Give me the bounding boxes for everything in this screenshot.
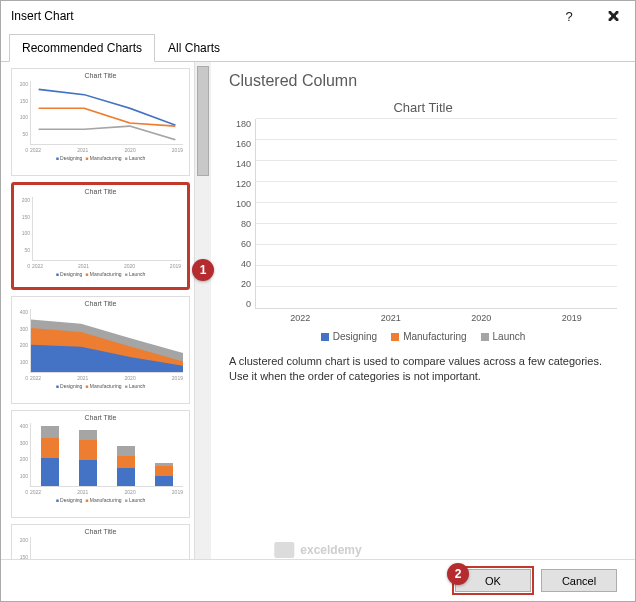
legend-manufacturing: Manufacturing	[391, 331, 466, 342]
dialog-footer: OK Cancel	[1, 559, 635, 601]
chart-title: Chart Title	[229, 100, 617, 115]
callout-badge-2: 2	[447, 563, 469, 585]
dialog-title: Insert Chart	[11, 9, 547, 23]
chart-description: A clustered column chart is used to comp…	[229, 354, 617, 385]
scrollbar-thumb[interactable]	[197, 66, 209, 176]
tab-strip: Recommended Charts All Charts	[1, 33, 635, 62]
dialog-body: Chart Title 200150100500 202220212020201…	[1, 62, 635, 559]
chart-thumbnails-list: Chart Title 200150100500 202220212020201…	[1, 62, 194, 559]
chart-thumbnails-pane: Chart Title 200150100500 202220212020201…	[1, 62, 211, 559]
callout-badge-1: 1	[192, 259, 214, 281]
insert-chart-dialog: Insert Chart ? 🗙 Recommended Charts All …	[0, 0, 636, 602]
tab-all-charts[interactable]: All Charts	[155, 34, 233, 62]
preview-heading: Clustered Column	[229, 72, 617, 90]
thumbnail-partial[interactable]: Chart Title 200150100500	[11, 524, 190, 559]
x-axis: 2022202120202019	[255, 313, 617, 323]
thumbnail-clustered-column[interactable]: Chart Title 200150100500 202220212020201…	[11, 182, 190, 290]
cancel-button[interactable]: Cancel	[541, 569, 617, 592]
help-button[interactable]: ?	[547, 1, 591, 31]
y-axis: 180160140120100806040200	[229, 119, 255, 309]
close-button[interactable]: 🗙	[591, 1, 635, 31]
thumbnail-stacked-area[interactable]: Chart Title 4003002001000 20222021202020…	[11, 296, 190, 404]
legend-launch: Launch	[481, 331, 526, 342]
chart-legend: Designing Manufacturing Launch	[229, 331, 617, 342]
preview-chart[interactable]: Chart Title 180160140120100806040200 202…	[229, 96, 617, 342]
plot-area	[255, 119, 617, 309]
thumbnail-line-chart[interactable]: Chart Title 200150100500 202220212020201…	[11, 68, 190, 176]
legend-designing: Designing	[321, 331, 377, 342]
thumbnail-stacked-column[interactable]: Chart Title 4003002001000 20222021202020…	[11, 410, 190, 518]
titlebar: Insert Chart ? 🗙	[1, 1, 635, 31]
thumbnails-scrollbar[interactable]	[194, 62, 211, 559]
tab-recommended-charts[interactable]: Recommended Charts	[9, 34, 155, 62]
chart-preview-pane: Clustered Column Chart Title 18016014012…	[211, 62, 635, 559]
